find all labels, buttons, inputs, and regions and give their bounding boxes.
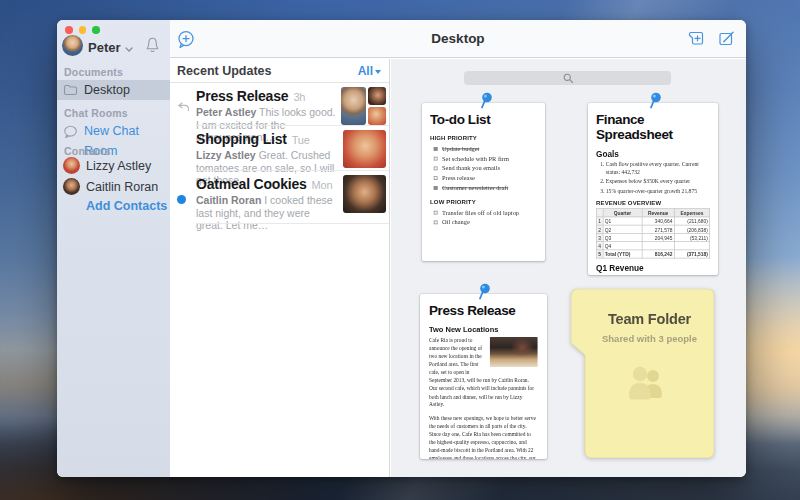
table-row: 3Q3204,945(53,211) xyxy=(596,233,709,241)
avatar xyxy=(341,87,366,125)
todo-item: Set schedule with PR firm xyxy=(430,154,537,164)
sidebar-item-label: Desktop xyxy=(84,80,130,100)
finance-goals-list: Cash flow positive every quarter. Curren… xyxy=(606,160,710,195)
contact-name: Caitlin Roran xyxy=(86,177,158,197)
finance-revenue-header: REVENUE OVERVIEW xyxy=(596,199,710,206)
todo-item: Update budget xyxy=(430,144,537,154)
todo-item: Send thank you emails xyxy=(430,164,537,174)
recent-updates-header: Recent Updates All xyxy=(170,59,389,83)
documents-section-header: Documents xyxy=(64,66,123,78)
folder-title: Team Folder xyxy=(585,311,714,327)
new-folder-icon[interactable] xyxy=(687,30,705,47)
update-title: Oatmeal CookiesMon xyxy=(196,176,337,192)
recent-updates-panel: Recent Updates All Press Release3h Peter… xyxy=(170,59,390,477)
document-title: Finance Spreadsheet xyxy=(596,112,710,142)
todo-item: Transfer files off of old laptop xyxy=(430,208,537,218)
update-row-shopping-list[interactable]: Shopping ListTue Lizzy Astley Great. Cru… xyxy=(170,126,389,171)
update-author: Lizzy Astley xyxy=(196,149,256,161)
update-title: Press Release3h xyxy=(196,88,337,104)
page-title: Desktop xyxy=(170,31,746,46)
team-folder[interactable]: Team Folder Shared with 3 people xyxy=(571,289,714,458)
update-time: Mon xyxy=(312,179,333,191)
press-subtitle: Two New Locations xyxy=(429,325,538,333)
desktop-background: { "colors": { "accent_blue": "#4695e2", … xyxy=(0,0,800,500)
update-author: Caitlin Roran xyxy=(196,194,261,206)
user-name-label: Peter xyxy=(88,40,121,55)
contact-name: Lizzy Astley xyxy=(86,156,151,176)
search-icon xyxy=(563,73,574,84)
minimize-button[interactable] xyxy=(79,26,87,34)
pin-icon xyxy=(477,283,491,300)
avatar xyxy=(368,87,386,105)
folder-icon xyxy=(63,84,78,96)
filter-dropdown[interactable]: All xyxy=(358,64,381,78)
document-card-finance-spreadsheet[interactable]: Finance Spreadsheet Goals Cash flow posi… xyxy=(588,103,718,275)
people-icon xyxy=(625,365,669,401)
filter-label: All xyxy=(358,64,373,78)
sidebar: Peter Documents Desktop Chat Rooms New C… xyxy=(57,20,170,477)
update-avatars xyxy=(343,130,386,168)
user-avatar[interactable] xyxy=(62,35,83,56)
sidebar-item-new-chat-room[interactable]: New Chat Room xyxy=(57,121,170,141)
close-button[interactable] xyxy=(65,26,73,34)
folder-subtitle: Shared with 3 people xyxy=(585,333,714,344)
avatar xyxy=(343,175,386,213)
todo-section-header: HIGH PRIORITY xyxy=(430,135,537,142)
cafe-photo xyxy=(490,337,538,367)
todo-item: Oil change xyxy=(430,218,537,228)
chevron-down-icon xyxy=(125,47,133,52)
update-author: Peter Astley xyxy=(196,106,256,118)
checkbox-icon xyxy=(434,211,438,215)
bell-icon[interactable] xyxy=(144,36,161,54)
avatar xyxy=(63,178,80,195)
chat-rooms-section-header: Chat Rooms xyxy=(64,107,128,119)
sidebar-item-contact-lizzy[interactable]: Lizzy Astley xyxy=(57,156,170,176)
todo-section-header: LOW PRIORITY xyxy=(430,199,537,206)
checkbox-icon xyxy=(434,147,438,151)
avatar xyxy=(368,107,386,125)
update-row-press-release[interactable]: Press Release3h Peter Astley This looks … xyxy=(170,83,389,126)
update-avatars xyxy=(341,87,386,125)
avatar xyxy=(343,130,386,168)
desktop-pane: To-do List HIGH PRIORITY Update budget S… xyxy=(391,59,746,477)
table-row: 2Q2271,578(206,838) xyxy=(596,225,709,233)
update-time: Tue xyxy=(292,134,310,146)
toolbar: Desktop xyxy=(170,20,746,58)
unread-indicator xyxy=(177,195,186,204)
user-menu[interactable]: Peter xyxy=(88,40,133,55)
update-row-oatmeal-cookies[interactable]: Oatmeal CookiesMon Caitlin Roran I cooke… xyxy=(170,171,389,224)
compose-icon[interactable] xyxy=(718,30,736,47)
update-message: Caitlin Roran I cooked these last night,… xyxy=(196,194,337,232)
checkbox-icon xyxy=(434,186,438,190)
todo-item: Press release xyxy=(430,173,537,183)
zoom-button[interactable] xyxy=(92,26,100,34)
update-title: Shopping ListTue xyxy=(196,131,337,147)
table-row: 1Q1340,664(211,680) xyxy=(596,217,709,225)
reply-icon xyxy=(177,102,190,112)
new-message-button[interactable] xyxy=(176,30,196,49)
chat-bubble-icon xyxy=(63,125,78,139)
finance-q1-header: Q1 Revenue xyxy=(596,264,710,273)
search-input[interactable] xyxy=(464,71,671,85)
avatar xyxy=(63,157,80,174)
document-title: To-do List xyxy=(430,112,537,127)
todo-item: Customer newsletter draft xyxy=(430,183,537,193)
document-title: Press Release xyxy=(429,303,538,318)
update-time: 3h xyxy=(293,91,305,103)
pin-icon xyxy=(479,92,493,109)
app-window: Peter Documents Desktop Chat Rooms New C… xyxy=(57,20,746,477)
checkbox-icon xyxy=(434,176,438,180)
recent-updates-title: Recent Updates xyxy=(177,64,271,78)
document-card-todo-list[interactable]: To-do List HIGH PRIORITY Update budget S… xyxy=(422,103,545,261)
caret-down-icon xyxy=(375,70,381,74)
pin-icon xyxy=(648,92,662,109)
add-contacts-button[interactable]: Add Contacts xyxy=(86,199,167,213)
sidebar-item-desktop[interactable]: Desktop xyxy=(57,80,170,100)
update-avatars xyxy=(343,175,386,213)
press-body: Cafe Ria is proud to announce the openin… xyxy=(429,336,538,459)
sidebar-item-contact-caitlin[interactable]: Caitlin Roran xyxy=(57,177,170,197)
checkbox-icon xyxy=(434,167,438,171)
table-row: 4Q4 xyxy=(596,242,709,250)
document-card-press-release[interactable]: Press Release Two New Locations Cafe Ria… xyxy=(420,294,547,459)
checkbox-icon xyxy=(434,221,438,225)
